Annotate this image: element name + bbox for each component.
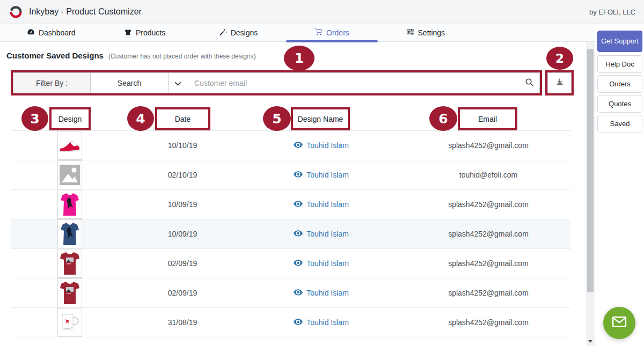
email-cell: splash4252@gmail.com (406, 230, 570, 238)
saved-button[interactable]: Saved (597, 115, 642, 132)
date-value: 31/08/19 (168, 318, 197, 327)
design-name-label: Touhid Islam (306, 289, 349, 297)
search-button[interactable] (519, 73, 539, 93)
annotation-badge-5: 5 (263, 106, 291, 131)
customer-email-input[interactable] (187, 73, 519, 93)
design-cell (11, 249, 129, 278)
design-name-label: Touhid Islam (306, 171, 349, 179)
design-cell (11, 278, 129, 307)
date-cell: 10/09/19 (129, 230, 236, 238)
email-value: splash4252@gmail.com (448, 289, 529, 297)
get-support-button[interactable]: Get Support (597, 31, 642, 52)
orders-button[interactable]: Orders (597, 75, 642, 93)
tab-dashboard[interactable]: Dashboard (4, 24, 98, 41)
tab-settings[interactable]: Settings (379, 24, 472, 41)
design-name-link[interactable]: Touhid Islam (294, 318, 349, 327)
email-value: splash4252@gmail.com (448, 141, 529, 150)
design-name-cell: Touhid Islam (236, 141, 406, 150)
design-name-cell: Touhid Islam (236, 289, 406, 297)
mug-thumbnail[interactable] (57, 308, 82, 337)
navy-sweatshirt-thumbnail[interactable] (57, 219, 82, 248)
annotation-badge-2: 2 (546, 47, 573, 70)
scrollbar-thumb[interactable] (587, 49, 594, 292)
date-cell: 02/09/19 (129, 259, 236, 268)
column-header-email: Email (458, 107, 517, 130)
chevron-down-icon (175, 79, 181, 87)
envelope-icon (611, 315, 627, 331)
nav-tabs: Dashboard Products Designs Orders Settin… (4, 24, 472, 41)
filter-select-caret[interactable] (168, 73, 187, 93)
image-placeholder-thumbnail[interactable] (57, 160, 82, 189)
design-name-label: Touhid Islam (306, 259, 349, 268)
design-name-label: Touhid Islam (306, 318, 349, 327)
help-doc-button[interactable]: Help Doc (597, 55, 642, 73)
navbar: Dashboard Products Designs Orders Settin… (0, 24, 596, 42)
email-value: splash4252@gmail.com (448, 200, 529, 209)
annotation-badge-1: 1 (284, 46, 314, 71)
design-name-cell: Touhid Islam (236, 318, 406, 327)
tab-label: Designs (231, 28, 258, 37)
page-heading: Customer Saved Designs (Customer has not… (6, 51, 256, 60)
design-name-cell: Touhid Islam (236, 230, 406, 238)
design-name-cell: Touhid Islam (236, 200, 406, 209)
design-name-link[interactable]: Touhid Islam (294, 230, 349, 238)
table-row: 02/09/19 Touhid Islam splash4252@gmail.c… (11, 249, 570, 278)
email-value: splash4252@gmail.com (448, 230, 529, 238)
sneaker-thumbnail[interactable] (57, 131, 82, 160)
email-value: touhid@efoli.com (459, 171, 517, 179)
email-value: splash4252@gmail.com (448, 318, 529, 327)
email-value: splash4252@gmail.com (448, 259, 529, 268)
email-cell: touhid@efoli.com (406, 171, 570, 179)
filter-type-select[interactable]: Search (91, 73, 168, 93)
table-body: 10/10/19 Touhid Islam splash4252@gmail.c… (11, 131, 570, 337)
table-row: 10/10/19 Touhid Islam splash4252@gmail.c… (11, 131, 570, 160)
email-cell: splash4252@gmail.com (406, 141, 570, 150)
date-value: 10/09/19 (168, 230, 197, 238)
inkybay-logo (9, 5, 23, 19)
cart-icon (314, 28, 323, 38)
tab-designs[interactable]: Designs (192, 24, 285, 41)
date-cell: 10/09/19 (129, 200, 236, 209)
column-header-date: Date (155, 107, 210, 130)
annotation-badge-4: 4 (127, 106, 154, 131)
export-download-button[interactable] (547, 72, 572, 93)
page-subtitle: (Customer has not placed order with thes… (108, 53, 256, 60)
dashboard-icon (27, 28, 35, 38)
column-header-design-name: Design Name (291, 107, 350, 130)
maroon-tshirt-thumbnail[interactable] (57, 278, 82, 307)
design-name-link[interactable]: Touhid Islam (294, 141, 349, 150)
design-name-link[interactable]: Touhid Islam (294, 259, 349, 268)
date-value: 02/10/19 (168, 171, 197, 179)
download-icon (555, 78, 564, 89)
date-cell: 31/08/19 (129, 318, 236, 327)
email-cell: splash4252@gmail.com (406, 318, 570, 327)
design-name-cell: Touhid Islam (236, 259, 406, 268)
design-name-label: Touhid Islam (306, 230, 349, 238)
design-name-link[interactable]: Touhid Islam (294, 289, 349, 297)
chat-widget-button[interactable] (603, 307, 635, 339)
design-cell (11, 308, 129, 337)
email-cell: splash4252@gmail.com (406, 259, 570, 268)
tshirt-icon (124, 28, 132, 38)
scrollbar-down-button[interactable] (586, 337, 595, 345)
email-cell: splash4252@gmail.com (406, 200, 570, 209)
tab-label: Settings (418, 28, 445, 37)
date-value: 02/09/19 (168, 289, 197, 297)
pink-longsleeve-thumbnail[interactable] (57, 190, 82, 219)
eye-icon (294, 200, 303, 209)
tab-label: Orders (326, 28, 349, 37)
quotes-button[interactable]: Quotes (597, 95, 642, 113)
maroon-tshirt-thumbnail[interactable] (57, 249, 82, 278)
design-name-link[interactable]: Touhid Islam (294, 171, 349, 179)
tab-orders[interactable]: Orders (285, 24, 378, 41)
email-cell: splash4252@gmail.com (406, 289, 570, 297)
tab-label: Dashboard (39, 28, 76, 37)
table-row: 02/10/19 Touhid Islam touhid@efoli.com (11, 160, 570, 190)
design-cell (11, 131, 129, 160)
tab-products[interactable]: Products (98, 24, 191, 41)
eye-icon (294, 230, 303, 238)
design-cell (11, 219, 129, 248)
magic-wand-icon (219, 28, 227, 38)
design-name-link[interactable]: Touhid Islam (294, 200, 349, 209)
date-value: 10/10/19 (168, 141, 197, 150)
